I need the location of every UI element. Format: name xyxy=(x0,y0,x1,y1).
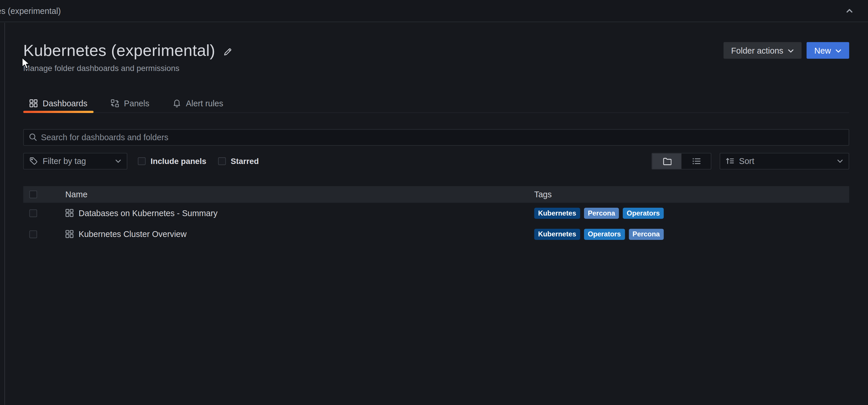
bell-icon xyxy=(173,99,181,108)
tab-alert-rules[interactable]: Alert rules xyxy=(166,94,229,112)
column-header-name: Name xyxy=(65,190,88,199)
chevron-down-icon xyxy=(788,48,794,53)
chevron-up-icon[interactable] xyxy=(845,7,854,15)
row-checkbox[interactable] xyxy=(29,209,37,217)
main-content: Kubernetes (experimental) Manage folder … xyxy=(23,22,849,244)
page-header: Kubernetes (experimental) Manage folder … xyxy=(23,42,849,73)
filter-row: Filter by tag Include panels Starred xyxy=(23,153,849,170)
select-all-checkbox[interactable] xyxy=(29,191,37,198)
starred-option: Starred xyxy=(218,157,259,166)
chevron-down-icon xyxy=(837,159,843,164)
tag-badge[interactable]: Percona xyxy=(628,229,663,239)
tag-badge[interactable]: Percona xyxy=(584,208,619,219)
tab-dashboards[interactable]: Dashboards xyxy=(23,94,94,112)
pane-divider xyxy=(4,23,5,405)
sort-label: Sort xyxy=(739,156,754,166)
tag-icon xyxy=(29,157,38,166)
list-icon xyxy=(692,157,701,166)
layout-toggle xyxy=(651,153,711,170)
column-header-tags: Tags xyxy=(534,190,552,199)
include-panels-option: Include panels xyxy=(138,157,207,166)
table-header-row: Name Tags xyxy=(23,186,849,202)
page-title: Kubernetes (experimental) xyxy=(23,42,215,60)
dashboards-table: Name Tags Databases on xyxy=(23,186,849,245)
header-actions: Folder actions New xyxy=(723,42,849,59)
table-row[interactable]: Kubernetes Cluster Overview Kubernetes O… xyxy=(23,224,849,245)
folder-actions-label: Folder actions xyxy=(731,46,783,55)
tab-alert-rules-label: Alert rules xyxy=(186,98,223,108)
starred-label: Starred xyxy=(231,157,259,166)
dashboard-icon xyxy=(65,230,74,238)
include-panels-label: Include panels xyxy=(151,157,207,166)
list-view-button[interactable] xyxy=(682,153,711,169)
search-input[interactable] xyxy=(41,133,843,142)
view-controls: Sort xyxy=(651,153,849,170)
sort-icon xyxy=(726,157,734,166)
folder-actions-button[interactable]: Folder actions xyxy=(723,42,802,59)
tab-bar: Dashboards Panels xyxy=(23,94,849,113)
tag-badge[interactable]: Kubernetes xyxy=(534,229,580,239)
search-icon xyxy=(29,133,37,142)
apps-icon xyxy=(29,99,38,108)
search-box xyxy=(23,129,849,145)
tag-badge[interactable]: Operators xyxy=(584,229,625,239)
library-panel-icon xyxy=(111,99,119,108)
tag-badge[interactable]: Kubernetes xyxy=(534,208,580,219)
tag-badge[interactable]: Operators xyxy=(623,208,663,219)
sort-select[interactable]: Sort xyxy=(720,153,849,170)
folder-icon xyxy=(662,157,672,166)
folder-view-button[interactable] xyxy=(652,153,681,169)
breadcrumb-label: es (experimental) xyxy=(0,6,61,16)
dashboard-name-link[interactable]: Databases on Kubernetes - Summary xyxy=(79,209,218,218)
new-button[interactable]: New xyxy=(807,42,849,59)
edit-title-icon[interactable] xyxy=(223,47,232,57)
starred-checkbox[interactable] xyxy=(218,157,226,165)
new-button-label: New xyxy=(814,46,831,55)
row-checkbox[interactable] xyxy=(29,230,37,238)
tab-dashboards-label: Dashboards xyxy=(42,98,87,108)
breadcrumb[interactable]: es (experimental) xyxy=(0,6,64,16)
chevron-down-icon xyxy=(835,48,841,53)
tag-filter-select[interactable]: Filter by tag xyxy=(23,153,127,170)
dashboard-icon xyxy=(65,209,74,218)
tab-panels[interactable]: Panels xyxy=(104,94,155,112)
active-tab-underline xyxy=(23,111,94,113)
table-row[interactable]: Databases on Kubernetes - Summary Kubern… xyxy=(23,203,849,224)
tag-filter-label: Filter by tag xyxy=(42,156,86,166)
include-panels-checkbox[interactable] xyxy=(138,157,146,165)
chevron-down-icon xyxy=(115,159,121,164)
tab-panels-label: Panels xyxy=(124,98,149,108)
grafana-folder-page: es (experimental) Kubernetes (experiment… xyxy=(0,0,868,405)
top-bar: es (experimental) xyxy=(0,0,868,22)
page-subtitle: Manage folder dashboards and permissions xyxy=(23,64,232,73)
dashboard-name-link[interactable]: Kubernetes Cluster Overview xyxy=(79,229,187,239)
